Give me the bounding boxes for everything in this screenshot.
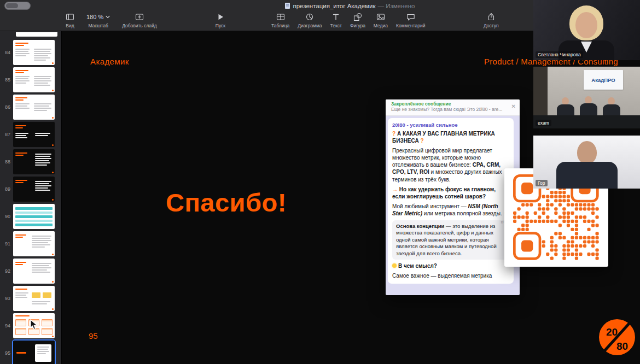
slide-thumbnail-89[interactable]	[13, 177, 55, 202]
slide-row-88: 88	[0, 149, 61, 174]
slide-thumbnail-90[interactable]	[13, 204, 55, 229]
text-button[interactable]: Текст	[330, 13, 342, 28]
slide-thumbnail-85[interactable]	[13, 67, 55, 92]
comment-icon	[406, 13, 415, 21]
person-head	[562, 97, 569, 105]
telegram-post-image: Закреплённое сообщение Еще не знакомы? Т…	[386, 99, 520, 295]
slide-dot	[52, 308, 54, 310]
avatar-face	[577, 141, 597, 164]
pinned-message-preview: Еще не знакомы? Тогда вам сюда! Это 20i8…	[391, 107, 505, 112]
add-slide-icon	[135, 13, 144, 21]
media-icon	[376, 13, 385, 21]
view-button[interactable]: Вид	[66, 13, 74, 28]
avatar-face	[575, 12, 597, 38]
slide-number: 88	[0, 159, 13, 165]
slide-row-89: 89	[0, 177, 61, 202]
person-torso	[603, 104, 620, 116]
slide-number: 90	[0, 214, 13, 219]
play-button[interactable]: Пуск	[216, 13, 225, 28]
person-torso	[580, 103, 597, 115]
slide-dot	[52, 90, 54, 91]
participant-name: Светлана Чинарова	[536, 51, 583, 58]
slide-thumbnail-91[interactable]	[13, 231, 55, 256]
play-icon	[216, 13, 225, 21]
slide-number: 87	[0, 132, 13, 137]
slide-row-92: 92	[0, 259, 61, 284]
slide-navigator: 84 85 86 87	[0, 31, 62, 364]
zoom-control[interactable]: 180 % Масштаб	[86, 13, 110, 28]
bulb-icon	[392, 263, 397, 268]
post-quote-block: Основа концепции — это выделение из множ…	[392, 220, 509, 260]
share-button[interactable]: Доступ	[484, 13, 499, 28]
person-head	[608, 97, 615, 105]
akadpro-poster: АкадПРО	[584, 70, 623, 90]
menubar-pill[interactable]	[4, 2, 31, 10]
share-icon	[487, 13, 496, 21]
media-button[interactable]: Медиа	[374, 13, 388, 28]
screen: презентация_итог Академик— Изменено Вид …	[0, 0, 640, 364]
slide-number: 86	[0, 104, 13, 110]
question-icon: ?	[392, 131, 395, 137]
slide-row-87: 87	[0, 122, 61, 147]
thumbnail-preview	[13, 204, 55, 229]
document-icon	[285, 3, 290, 9]
slide-thumbnail-86[interactable]	[13, 95, 55, 120]
thumbnail-preview	[13, 177, 55, 202]
thumbnail-preview	[13, 340, 55, 364]
mouse-cursor	[30, 319, 38, 332]
slide-number: 93	[0, 296, 13, 301]
thumbnail-preview	[13, 40, 55, 65]
slide-thumbnail-87[interactable]	[13, 122, 55, 147]
post-heading: ? А КАКАЯ У ВАС ГЛАВНАЯ МЕТРИКА БИЗНЕСА …	[392, 130, 509, 144]
pill-segment	[6, 3, 18, 8]
post-paragraph-4: Самое важное — выделяемая метрика	[392, 272, 509, 279]
thumbnail-preview	[13, 122, 55, 147]
svg-text:20: 20	[606, 326, 618, 338]
svg-text:80: 80	[616, 340, 628, 352]
shape-button[interactable]: Фигура	[350, 13, 365, 28]
slide-thumbnail-84[interactable]	[13, 40, 55, 65]
thumbnail-preview	[13, 259, 55, 284]
slide-dot	[52, 281, 54, 283]
slide-number: 89	[0, 186, 13, 192]
slide-number: 92	[0, 268, 13, 274]
slide-row-91: 91	[0, 231, 61, 256]
add-slide-button[interactable]: Добавить слайд	[122, 13, 157, 28]
slide-title: Спасибо!	[166, 187, 287, 218]
slide-row-90: 90	[0, 204, 61, 229]
slide-dot	[52, 144, 54, 146]
slide-brand-text: Академик	[90, 57, 129, 66]
participant-video-exam[interactable]: АкадПРО exam	[533, 67, 640, 128]
slide-dot	[52, 336, 54, 337]
participant-name: Гор	[536, 180, 548, 186]
thumbnail-preview	[13, 231, 55, 256]
slide-thumbnail-88[interactable]	[13, 149, 55, 174]
slide-row-85: 85	[0, 67, 61, 92]
slide-number: 85	[0, 77, 13, 83]
zoom-value: 180 %	[86, 14, 103, 20]
thumbnail-preview	[13, 286, 55, 311]
slide-dot	[52, 117, 54, 119]
slide-page-number: 95	[89, 331, 98, 340]
slide-thumbnail-93[interactable]	[13, 286, 55, 311]
document-title: презентация_итог Академик	[293, 3, 375, 9]
table-icon	[276, 13, 285, 21]
slide-thumbnail-95[interactable]	[13, 340, 55, 364]
participant-video-svetlana[interactable]: Светлана Чинарова	[533, 0, 640, 60]
slide-dot	[52, 254, 54, 255]
slide-number: 84	[0, 50, 13, 55]
slide-dot	[52, 172, 54, 173]
slide-thumbnail-92[interactable]	[13, 259, 55, 284]
slide-number: 91	[0, 241, 13, 246]
table-button[interactable]: Таблица	[271, 13, 289, 28]
thumbnail-preview	[13, 67, 55, 92]
selected-slide-indicator	[13, 340, 55, 364]
comment-button[interactable]: Комментарий	[396, 13, 426, 28]
pinned-message-title: Закреплённое сообщение	[391, 101, 515, 107]
slide-thumbnail-partial[interactable]	[16, 32, 57, 37]
person-torso	[557, 104, 574, 116]
thumbnail-preview	[13, 149, 55, 174]
chart-button[interactable]: Диаграмма	[298, 13, 322, 28]
participant-video-gor[interactable]: Гор	[533, 136, 640, 189]
thumbnail-preview	[13, 95, 55, 120]
